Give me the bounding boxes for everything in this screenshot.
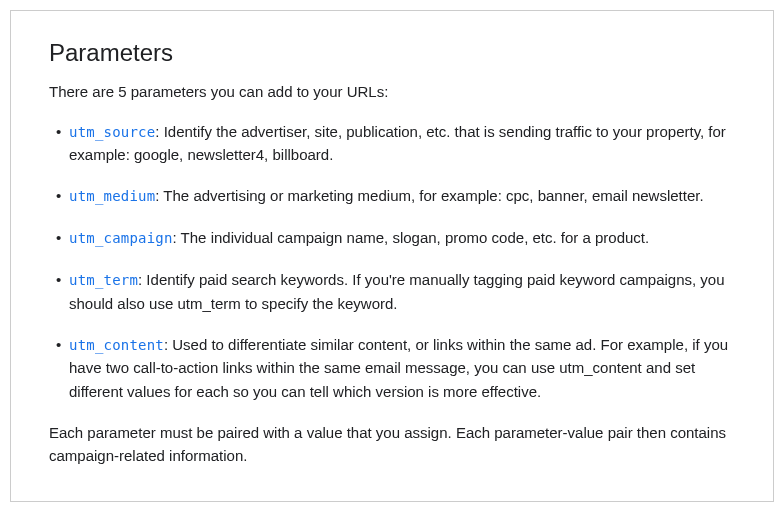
parameter-code: utm_content: [69, 337, 164, 353]
parameter-code: utm_campaign: [69, 230, 173, 246]
list-item: utm_campaign: The individual campaign na…: [49, 226, 735, 250]
parameter-list: utm_source: Identify the advertiser, sit…: [49, 120, 735, 403]
document-container: Parameters There are 5 parameters you ca…: [10, 10, 774, 502]
parameter-code: utm_source: [69, 124, 155, 140]
list-item: utm_medium: The advertising or marketing…: [49, 184, 735, 208]
page-title: Parameters: [49, 39, 735, 67]
parameter-description: : Used to differentiate similar content,…: [69, 336, 728, 400]
footer-text: Each parameter must be paired with a val…: [49, 421, 735, 468]
parameter-description: : Identify paid search keywords. If you'…: [69, 271, 725, 312]
parameter-description: : Identify the advertiser, site, publica…: [69, 123, 726, 164]
list-item: utm_term: Identify paid search keywords.…: [49, 268, 735, 315]
parameter-code: utm_term: [69, 272, 138, 288]
list-item: utm_content: Used to differentiate simil…: [49, 333, 735, 403]
parameter-description: : The advertising or marketing medium, f…: [155, 187, 703, 204]
intro-text: There are 5 parameters you can add to yo…: [49, 81, 735, 104]
list-item: utm_source: Identify the advertiser, sit…: [49, 120, 735, 167]
parameter-description: : The individual campaign name, slogan, …: [173, 229, 650, 246]
parameter-code: utm_medium: [69, 188, 155, 204]
